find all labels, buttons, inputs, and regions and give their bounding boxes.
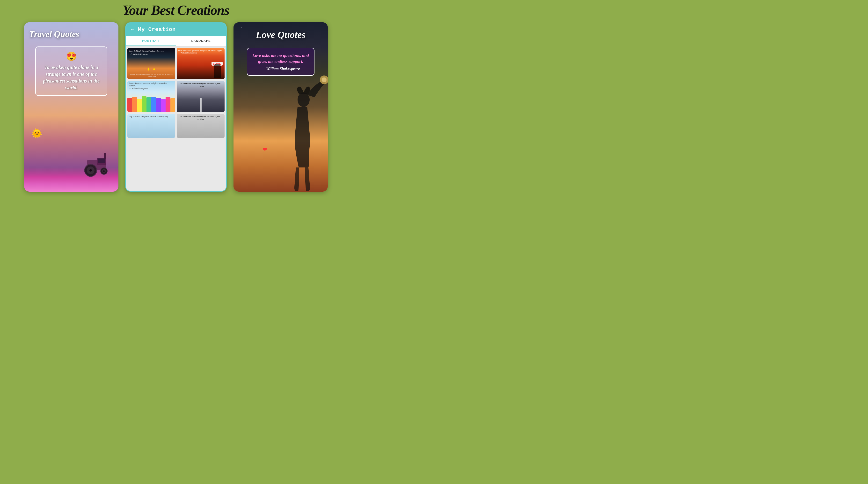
grid-cell-road[interactable]: At the touch of love everyone becomes a … xyxy=(177,81,224,112)
right-card-content: Love Quotes Love asks me no questions, a… xyxy=(234,22,328,192)
grid-row-2: Love asks me no questions, and gives me … xyxy=(127,81,224,112)
love-quotes-title: Love Quotes xyxy=(238,29,323,40)
app-header: ← My Creation xyxy=(126,23,226,36)
tab-landscape[interactable]: LANDCAPE xyxy=(176,36,226,46)
grid-cell-love-blind[interactable]: Love is blind; friendship closes its eye… xyxy=(127,48,175,79)
right-quote-author: — William Shakespeare xyxy=(251,66,310,71)
right-quote-box: Love asks me no questions, and gives me … xyxy=(247,48,314,76)
pencils-text: Love asks me no questions, and gives me … xyxy=(129,82,173,90)
grid-row-3: My husband completes my life in every wa… xyxy=(127,114,224,138)
sparkle-icon: ✦ ✦ xyxy=(147,66,156,72)
page-wrapper: Your Best Creations xyxy=(0,0,352,197)
travel-quote-text: To awaken quite alone in a strange town … xyxy=(40,64,103,91)
travel-quotes-title: Travel Quotes xyxy=(29,30,79,39)
image-grid: Love is blind; friendship closes its eye… xyxy=(126,47,226,191)
grid-row-1: Love is blind; friendship closes its eye… xyxy=(127,48,224,79)
silhouette-small xyxy=(214,64,221,78)
tabs-row: PORTRAIT LANDCAPE xyxy=(126,36,226,47)
back-button[interactable]: ← xyxy=(130,26,135,33)
sun-emoji: 🌞 xyxy=(31,128,42,138)
left-card-content: Travel Quotes 😍 To awaken quite alone in… xyxy=(24,22,119,192)
face-emoji: 😍 xyxy=(40,51,103,61)
left-quote-box: 😍 To awaken quite alone in a strange tow… xyxy=(35,47,107,96)
right-quote-text: Love asks me no questions, and gives me … xyxy=(251,53,310,65)
love-blind-text: Love is blind; friendship closes its eye… xyxy=(129,50,173,55)
plato2-text: At the touch of love everyone becomes a … xyxy=(179,115,223,121)
love-asks-text: Love asks me no questions, and gives me … xyxy=(178,49,223,54)
my-creation-card: ← My Creation PORTRAIT LANDCAPE Love is … xyxy=(125,22,227,192)
grid-cell-plato2[interactable]: At the touch of love everyone becomes a … xyxy=(177,114,224,138)
road-line xyxy=(200,98,202,112)
grid-cell-pencils[interactable]: Love asks me no questions, and gives me … xyxy=(127,81,175,112)
tab-portrait[interactable]: PORTRAIT xyxy=(126,36,176,46)
app-title: My Creation xyxy=(138,27,176,33)
travel-quotes-card: Travel Quotes 😍 To awaken quite alone in… xyxy=(24,22,119,192)
george-sand-quote: There is only one happiness in this life… xyxy=(129,74,174,78)
pencils-visual xyxy=(127,95,175,112)
husband-text: My husband completes my life in every wa… xyxy=(129,115,173,118)
grid-cell-husband[interactable]: My husband completes my life in every wa… xyxy=(127,114,175,138)
road-text: At the touch of love everyone becomes a … xyxy=(178,82,223,88)
love-quotes-card: ❤ Love Quotes Love asks me no questions,… xyxy=(234,22,328,192)
grid-cell-love-asks[interactable]: Love asks me no questions, and gives me … xyxy=(177,48,224,79)
page-title: Your Best Creations xyxy=(123,2,229,18)
cards-row: Travel Quotes 😍 To awaken quite alone in… xyxy=(5,22,347,192)
